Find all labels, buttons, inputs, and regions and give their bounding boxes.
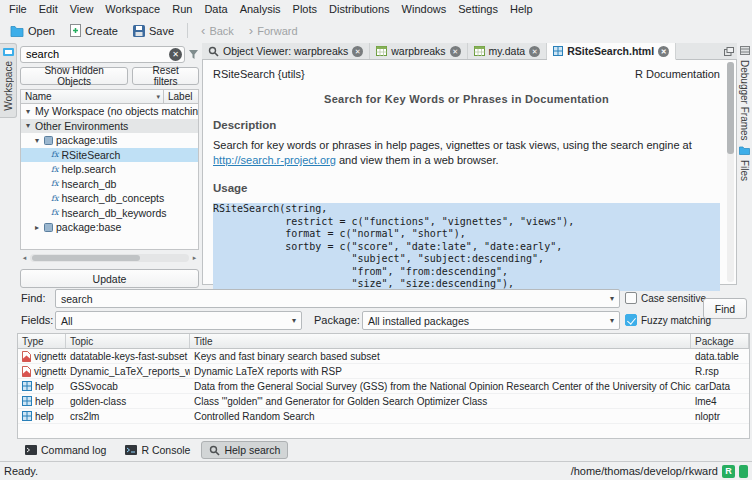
column-header-title[interactable]: Title (190, 334, 691, 348)
search-input[interactable] (26, 48, 169, 60)
update-button[interactable]: Update (20, 269, 199, 288)
package-icon (44, 223, 53, 232)
document-scrollbar[interactable] (727, 62, 734, 282)
find-combobox[interactable]: search ▾ (55, 289, 620, 308)
vignette-icon (22, 351, 31, 362)
menu-settings[interactable]: Settings (452, 2, 504, 16)
checkbox-icon[interactable] (625, 292, 637, 304)
menu-plots[interactable]: Plots (287, 2, 323, 16)
open-button[interactable]: Open (3, 22, 62, 40)
tree-item-package-base[interactable]: ▸ package:base (21, 220, 198, 235)
menu-view[interactable]: View (64, 2, 100, 16)
bottom-tool-tabs: Command log R Console Help search (17, 441, 288, 459)
usage-heading: Usage (213, 182, 720, 194)
close-tab-icon[interactable]: ✕ (352, 46, 363, 57)
tree-item-package-utils[interactable]: ▾ package:utils (21, 133, 198, 148)
case-sensitive-checkbox[interactable]: Case sensitive (625, 292, 706, 304)
close-tab-icon[interactable]: ✕ (450, 46, 461, 57)
debugger-frames-icon (740, 46, 750, 55)
chevron-down-icon[interactable]: ▾ (24, 121, 32, 130)
menubar: File Edit View Workspace Run Data Analys… (0, 0, 752, 18)
column-header-label[interactable]: Label (164, 91, 198, 102)
function-icon: fx (51, 208, 58, 217)
forward-button[interactable]: › Forward (242, 22, 305, 40)
menu-run[interactable]: Run (166, 2, 198, 16)
tree-item-help-search[interactable]: fx help.search (21, 162, 198, 177)
tree-item-my-workspace[interactable]: ▾ My Workspace (no objects matching filt… (21, 104, 198, 119)
function-icon: fx (51, 194, 58, 203)
close-tab-icon[interactable]: ✕ (658, 46, 669, 57)
menu-windows[interactable]: Windows (396, 2, 453, 16)
dock-tab-files[interactable]: Files (739, 160, 750, 181)
scrollbar-thumb[interactable] (32, 255, 140, 261)
menu-edit[interactable]: Edit (33, 2, 64, 16)
description-heading: Description (213, 119, 720, 131)
menu-workspace[interactable]: Workspace (99, 2, 166, 16)
clear-search-icon[interactable]: ✕ (169, 48, 182, 61)
chevron-right-icon[interactable]: ▸ (33, 223, 41, 232)
column-header-name[interactable]: Name ▾ (21, 91, 163, 102)
reset-filters-button[interactable]: Reset filters (132, 67, 199, 85)
column-header-type[interactable]: Type (18, 334, 66, 348)
tab-command-log[interactable]: Command log (17, 441, 114, 459)
document-tabbar: Object Viewer: warpbreaks ✕ warpbreaks ✕… (202, 43, 737, 60)
tree-column-header: Name ▾ Label (20, 89, 199, 104)
filter-options-icon[interactable] (188, 49, 199, 60)
save-icon (133, 25, 145, 37)
search-r-project-link[interactable]: http://search.r-project.org (213, 154, 336, 166)
table-row[interactable]: help crs2lm Controlled Random Search nlo… (18, 409, 749, 424)
scroll-left-icon[interactable]: ◂ (20, 254, 29, 262)
tab-rsitesearch-html[interactable]: RSiteSearch.html ✕ (547, 43, 676, 60)
files-icon (739, 146, 750, 155)
column-header-topic[interactable]: Topic (66, 334, 190, 348)
checkbox-checked-icon[interactable] (625, 314, 637, 326)
package-combobox[interactable]: All installed packages ▾ (362, 311, 620, 330)
fields-combobox[interactable]: All ▾ (55, 311, 302, 330)
tab-my-data[interactable]: my.data ✕ (468, 43, 548, 59)
tab-object-viewer-warpbreaks[interactable]: Object Viewer: warpbreaks ✕ (202, 43, 370, 59)
save-button[interactable]: Save (126, 22, 181, 40)
table-row[interactable]: vignette Dynamic_LaTeX_reports_with_RSP … (18, 364, 749, 379)
tree-item-hsearch-db[interactable]: fx hsearch_db (21, 177, 198, 192)
detach-window-icon[interactable] (724, 47, 734, 56)
scroll-right-icon[interactable]: ▸ (190, 254, 199, 262)
tree-item-hsearch-db-keywords[interactable]: fx hsearch_db_keywords (21, 206, 198, 221)
help-search-panel: Find: search ▾ Case sensitive Find Field… (17, 287, 750, 439)
menu-data[interactable]: Data (198, 2, 233, 16)
tree-item-other-environments[interactable]: ▾ Other Environments (21, 119, 198, 134)
chevron-down-icon[interactable]: ▾ (24, 107, 32, 116)
menu-distributions[interactable]: Distributions (323, 2, 396, 16)
object-search-field[interactable]: ✕ (20, 46, 185, 63)
workspace-dock-tab[interactable]: Workspace (0, 43, 17, 118)
column-header-package[interactable]: Package (691, 334, 749, 348)
workspace-icon (3, 47, 14, 57)
toolbar-separator (187, 23, 188, 38)
workspace-object-tree: ▾ My Workspace (no objects matching filt… (20, 104, 199, 250)
tree-item-rsitesearch[interactable]: fx RSiteSearch (21, 148, 198, 163)
back-button[interactable]: ‹ Back (194, 22, 241, 40)
close-tab-icon[interactable]: ✕ (529, 46, 540, 57)
function-icon: fx (51, 179, 58, 188)
vignette-icon (22, 366, 31, 377)
menu-analysis[interactable]: Analysis (234, 2, 287, 16)
table-row[interactable]: help GSSvocab Data from the General Soci… (18, 379, 749, 394)
function-icon: fx (51, 165, 58, 174)
chevron-down-icon[interactable]: ▾ (33, 136, 41, 145)
help-page-icon (22, 396, 32, 406)
fuzzy-matching-checkbox[interactable]: Fuzzy matching (625, 314, 711, 326)
table-row[interactable]: help golden-class Class '"golden"' and G… (18, 394, 749, 409)
show-hidden-objects-button[interactable]: Show Hidden Objects (20, 67, 128, 85)
results-header-row: Type Topic Title Package (18, 334, 749, 349)
create-button[interactable]: Create (63, 21, 125, 40)
tree-horizontal-scrollbar[interactable]: ◂ ▸ (20, 253, 199, 263)
table-row[interactable]: vignette datatable-keys-fast-subset Keys… (18, 349, 749, 364)
tab-warpbreaks[interactable]: warpbreaks ✕ (370, 43, 467, 59)
scrollbar-thumb[interactable] (727, 62, 734, 154)
menu-help[interactable]: Help (504, 2, 539, 16)
dock-tab-debugger-frames[interactable]: Debugger Frames (739, 60, 750, 141)
tab-r-console[interactable]: R Console (117, 441, 198, 459)
tree-item-hsearch-db-concepts[interactable]: fx hsearch_db_concepts (21, 191, 198, 206)
back-arrow-icon: ‹ (201, 26, 205, 36)
tab-help-search[interactable]: Help search (201, 441, 288, 459)
menu-file[interactable]: File (3, 2, 33, 16)
